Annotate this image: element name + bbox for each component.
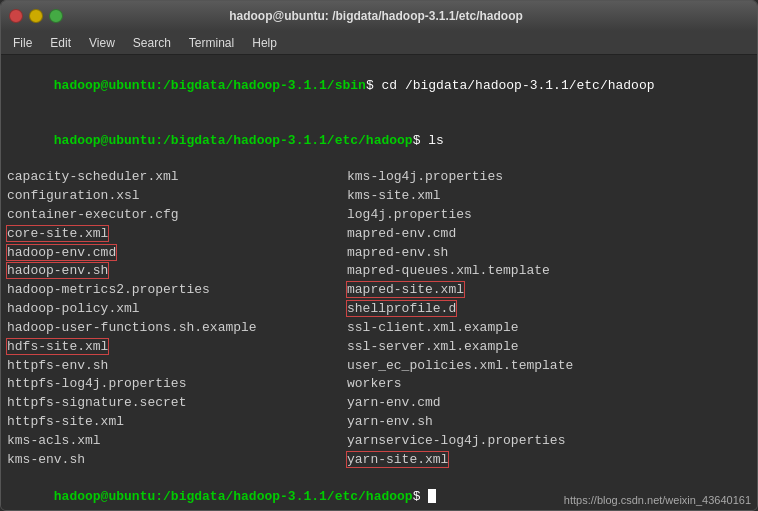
prompt-1: hadoop@ubuntu:/bigdata/hadoop-3.1.1/sbin [54, 78, 366, 93]
list-item: yarn-site.xml [347, 451, 751, 470]
menu-terminal[interactable]: Terminal [181, 34, 242, 52]
list-item: mapred-site.xml [347, 281, 751, 300]
list-item: kms-env.sh [7, 451, 347, 470]
cursor [428, 489, 436, 503]
list-item: container-executor.cfg [7, 206, 347, 225]
highlighted-file: shellprofile.d [347, 301, 456, 316]
highlighted-file: yarn-site.xml [347, 452, 448, 467]
prompt-final: hadoop@ubuntu:/bigdata/hadoop-3.1.1/etc/… [54, 489, 413, 504]
watermark: https://blog.csdn.net/weixin_43640161 [564, 494, 751, 506]
list-item: httpfs-signature.secret [7, 394, 347, 413]
menu-file[interactable]: File [5, 34, 40, 52]
list-item: yarn-env.cmd [347, 394, 751, 413]
window-title: hadoop@ubuntu: /bigdata/hadoop-3.1.1/etc… [63, 9, 689, 23]
terminal-line-1: hadoop@ubuntu:/bigdata/hadoop-3.1.1/sbin… [7, 59, 751, 114]
highlighted-file: hdfs-site.xml [7, 339, 108, 354]
list-item: core-site.xml [7, 225, 347, 244]
menu-view[interactable]: View [81, 34, 123, 52]
list-item: ssl-client.xml.example [347, 319, 751, 338]
menu-help[interactable]: Help [244, 34, 285, 52]
list-item: hadoop-policy.xml [7, 300, 347, 319]
terminal-line-2: hadoop@ubuntu:/bigdata/hadoop-3.1.1/etc/… [7, 114, 751, 169]
list-item: kms-acls.xml [7, 432, 347, 451]
menu-edit[interactable]: Edit [42, 34, 79, 52]
list-item: yarn-env.sh [347, 413, 751, 432]
list-item: httpfs-site.xml [7, 413, 347, 432]
list-item: hadoop-env.cmd [7, 244, 347, 263]
list-item: kms-site.xml [347, 187, 751, 206]
minimize-button[interactable]: − [29, 9, 43, 23]
highlighted-file: mapred-site.xml [347, 282, 464, 297]
list-item: kms-log4j.properties [347, 168, 751, 187]
list-item: shellprofile.d [347, 300, 751, 319]
title-bar: × − + hadoop@ubuntu: /bigdata/hadoop-3.1… [1, 1, 757, 31]
list-item: yarnservice-log4j.properties [347, 432, 751, 451]
list-item: hadoop-metrics2.properties [7, 281, 347, 300]
terminal-window: × − + hadoop@ubuntu: /bigdata/hadoop-3.1… [0, 0, 758, 511]
files-listing: capacity-scheduler.xml configuration.xsl… [7, 168, 751, 470]
list-item: hadoop-env.sh [7, 262, 347, 281]
list-item: ssl-server.xml.example [347, 338, 751, 357]
list-item: httpfs-log4j.properties [7, 375, 347, 394]
prompt-2: hadoop@ubuntu:/bigdata/hadoop-3.1.1/etc/… [54, 133, 413, 148]
highlighted-file: core-site.xml [7, 226, 108, 241]
menu-bar: File Edit View Search Terminal Help [1, 31, 757, 55]
list-item: configuration.xsl [7, 187, 347, 206]
list-item: workers [347, 375, 751, 394]
list-item: capacity-scheduler.xml [7, 168, 347, 187]
close-button[interactable]: × [9, 9, 23, 23]
window-controls: × − + [9, 9, 63, 23]
list-item: httpfs-env.sh [7, 357, 347, 376]
list-item: mapred-env.cmd [347, 225, 751, 244]
files-col1: capacity-scheduler.xml configuration.xsl… [7, 168, 347, 470]
maximize-button[interactable]: + [49, 9, 63, 23]
list-item: user_ec_policies.xml.template [347, 357, 751, 376]
menu-search[interactable]: Search [125, 34, 179, 52]
files-col2: kms-log4j.properties kms-site.xml log4j.… [347, 168, 751, 470]
list-item: mapred-env.sh [347, 244, 751, 263]
list-item: hdfs-site.xml [7, 338, 347, 357]
list-item: hadoop-user-functions.sh.example [7, 319, 347, 338]
list-item: mapred-queues.xml.template [347, 262, 751, 281]
list-item: log4j.properties [347, 206, 751, 225]
terminal-body[interactable]: hadoop@ubuntu:/bigdata/hadoop-3.1.1/sbin… [1, 55, 757, 510]
highlighted-file: hadoop-env.sh [7, 263, 108, 278]
highlighted-file: hadoop-env.cmd [7, 245, 116, 260]
